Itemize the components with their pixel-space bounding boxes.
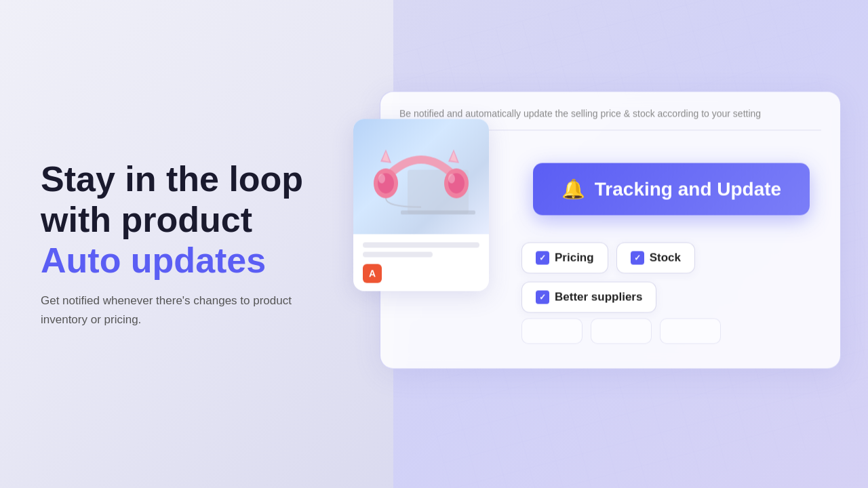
right-content-area: Be notified and automatically update the… — [380, 92, 841, 369]
sub-description: Get notified whenever there's changes to… — [41, 292, 298, 329]
better-suppliers-checkmark: ✓ — [536, 291, 549, 304]
product-card-bottom: A — [353, 235, 489, 291]
sub-tag-3 — [660, 319, 721, 344]
svg-rect-2 — [401, 211, 475, 215]
pricing-tag: ✓ Pricing — [521, 243, 608, 274]
product-image — [353, 119, 489, 235]
product-line-full — [363, 243, 479, 248]
sub-tag-1 — [521, 319, 583, 344]
heading-line1: Stay in the loop — [41, 159, 303, 199]
heading-accent: Auto updates — [41, 241, 266, 280]
stock-checkmark: ✓ — [631, 251, 644, 265]
better-suppliers-label: Better suppliers — [555, 291, 642, 304]
product-lines — [363, 243, 479, 258]
stock-tag: ✓ Stock — [616, 243, 695, 274]
product-line-short — [363, 252, 433, 258]
left-content-area: Stay in the loop with product Auto updat… — [41, 159, 303, 329]
pricing-label: Pricing — [555, 251, 594, 265]
sub-tags-row — [521, 319, 821, 344]
center-area: 🔔 Tracking and Update — [521, 150, 821, 243]
aliexpress-badge: A — [363, 264, 382, 283]
better-suppliers-tag: ✓ Better suppliers — [521, 282, 656, 313]
svg-point-11 — [378, 174, 385, 184]
headphones-illustration — [367, 129, 475, 224]
tracking-button-label: Tracking and Update — [595, 178, 781, 200]
svg-point-12 — [448, 174, 455, 184]
bell-icon: 🔔 — [561, 178, 585, 201]
product-card: A — [353, 119, 489, 291]
tracking-update-button[interactable]: 🔔 Tracking and Update — [533, 163, 810, 216]
main-heading: Stay in the loop with product Auto updat… — [41, 159, 303, 281]
pricing-checkmark: ✓ — [536, 251, 549, 265]
main-card: Be notified and automatically update the… — [380, 92, 841, 369]
stock-label: Stock — [650, 251, 681, 265]
heading-line2: with product — [41, 200, 252, 239]
tags-row: ✓ Pricing ✓ Stock ✓ Better suppliers — [521, 243, 821, 313]
sub-tag-2 — [591, 319, 652, 344]
